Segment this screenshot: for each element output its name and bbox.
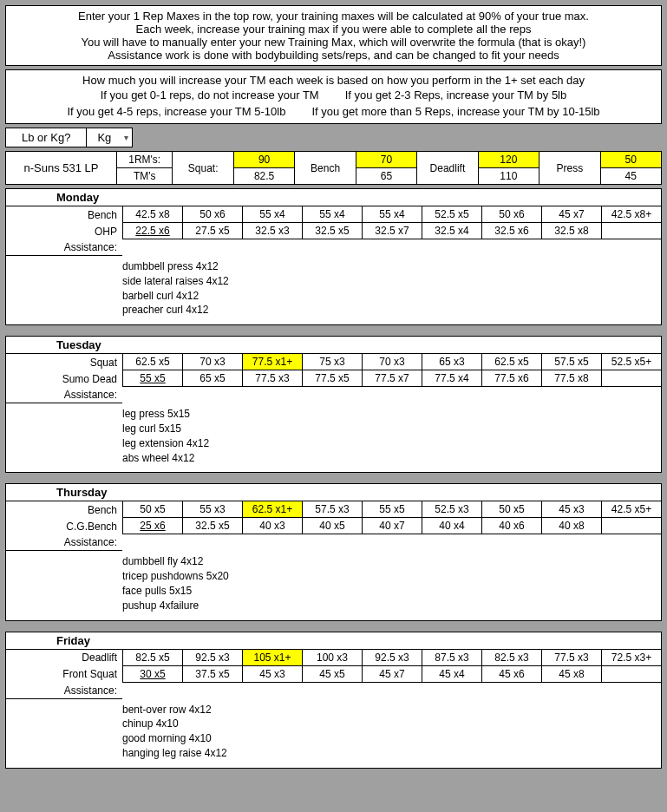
assistance-list: bent-over row 4x12chinup 4x10good mornin… [6, 699, 661, 768]
set-cell: 32.5 x3 [242, 223, 302, 239]
assistance-label: Assistance: [6, 683, 122, 699]
day-name: Friday [6, 632, 661, 650]
assistance-label: Assistance: [6, 239, 122, 256]
set-cell: 32.5 x5 [182, 518, 242, 534]
rule-text: If you get more than 5 Reps, increase yo… [311, 105, 599, 118]
tm-value[interactable]: 65 [356, 168, 416, 184]
set-cell: 40 x8 [541, 518, 601, 534]
set-cell: 77.5 x3 [242, 370, 302, 387]
tm-row: n-Suns 531 LP 1RM's:TM's Squat: 9082.5 B… [5, 151, 662, 185]
assistance-item: dumbbell fly 4x12 [122, 554, 661, 569]
set-cell: 62.5 x5 [481, 354, 541, 370]
set-cell: 30 x5 [122, 666, 182, 683]
rm-input[interactable]: 90 [234, 152, 294, 168]
set-cell: 100 x3 [302, 650, 362, 666]
tm-value[interactable]: 82.5 [234, 168, 294, 184]
rm-input[interactable]: 70 [356, 152, 416, 168]
set-cell: 52.5 x5 [422, 206, 481, 223]
set-cell: 57.5 x5 [541, 354, 601, 370]
set-cell: 40 x4 [422, 518, 481, 534]
tm-value[interactable]: 110 [479, 168, 539, 184]
set-cell: 77.5 x8 [541, 370, 601, 387]
tm-label: TM's [117, 168, 172, 184]
set-cell: 105 x1+ [242, 650, 302, 666]
intro-line: You will have to manually enter your new… [13, 36, 654, 49]
set-cell [601, 666, 661, 683]
assistance-item: chinup 4x10 [122, 717, 661, 731]
lift-label: Bench [295, 152, 356, 184]
set-cell: 22.5 x6 [122, 223, 182, 239]
set-cell: 55 x4 [362, 206, 422, 223]
set-cell: 55 x4 [242, 206, 302, 223]
set-cell: 65 x3 [422, 354, 481, 370]
set-cell: 45 x5 [302, 666, 362, 683]
set-cell: 70 x3 [362, 354, 422, 370]
set-cell: 92.5 x3 [182, 650, 242, 666]
day-name: Thursday [6, 484, 661, 501]
exercise-row: Squat62.5 x570 x377.5 x1+75 x370 x365 x3… [6, 354, 661, 370]
assistance-item: tricep pushdowns 5x20 [122, 569, 661, 584]
exercise-row: OHP22.5 x627.5 x532.5 x332.5 x532.5 x732… [6, 223, 661, 239]
set-cell: 32.5 x8 [541, 223, 601, 239]
exercise-row: Sumo Dead55 x565 x577.5 x377.5 x577.5 x7… [6, 370, 661, 387]
assistance-list: dumbbell press 4x12side lateral raises 4… [6, 256, 661, 324]
intro-line: Each week, increase your training max if… [13, 23, 654, 36]
set-cell: 82.5 x5 [122, 650, 182, 666]
day-name: Monday [6, 189, 661, 206]
assistance-item: leg extension 4x12 [122, 436, 661, 451]
assistance-item: face pulls 5x15 [122, 584, 661, 599]
intro-line: Assistance work is done with bodybuildin… [13, 49, 654, 62]
set-cell: 55 x4 [302, 206, 362, 223]
assistance-item: good morning 4x10 [122, 731, 661, 746]
day-block: TuesdaySquat62.5 x570 x377.5 x1+75 x370 … [5, 336, 662, 473]
set-cell: 45 x4 [422, 666, 481, 683]
assistance-list: dumbbell fly 4x12tricep pushdowns 5x20fa… [6, 551, 661, 619]
set-cell [601, 223, 661, 239]
set-cell: 55 x3 [182, 501, 242, 518]
set-cell: 72.5 x3+ [601, 650, 661, 666]
assistance-item: abs wheel 4x12 [122, 451, 661, 466]
exercise-label: C.G.Bench [6, 519, 122, 534]
set-cell: 32.5 x7 [362, 223, 422, 239]
assistance-item: barbell curl 4x12 [122, 289, 661, 304]
intro-box: Enter your 1 Rep Maxes in the top row, y… [5, 5, 662, 66]
set-cell: 27.5 x5 [182, 223, 242, 239]
set-cell: 45 x7 [541, 206, 601, 223]
exercise-label: Bench [6, 502, 122, 518]
lift-label: Deadlift [417, 152, 478, 184]
set-cell: 75 x3 [302, 354, 362, 370]
assistance-item: pushup 4xfailure [122, 599, 661, 613]
set-cell: 45 x6 [481, 666, 541, 683]
set-cell: 55 x5 [362, 501, 422, 518]
exercise-row: Bench50 x555 x362.5 x1+57.5 x355 x552.5 … [6, 501, 661, 518]
set-cell: 77.5 x6 [481, 370, 541, 387]
set-cell: 45 x7 [362, 666, 422, 683]
exercise-label: Squat [6, 355, 122, 370]
assistance-item: dumbbell press 4x12 [122, 259, 661, 274]
assistance-item: bent-over row 4x12 [122, 703, 661, 717]
set-cell: 32.5 x4 [422, 223, 481, 239]
set-cell: 25 x6 [122, 518, 182, 534]
set-cell: 50 x5 [122, 501, 182, 518]
exercise-label: Bench [6, 207, 122, 223]
set-cell: 77.5 x3 [541, 650, 601, 666]
set-cell: 62.5 x5 [122, 354, 182, 370]
tm-value[interactable]: 45 [601, 168, 661, 184]
rm-input[interactable]: 50 [601, 152, 661, 168]
assistance-item: preacher curl 4x12 [122, 303, 661, 318]
assistance-item: hanging leg raise 4x12 [122, 746, 661, 761]
set-cell [601, 370, 661, 387]
set-cell: 40 x3 [242, 518, 302, 534]
set-cell: 52.5 x5+ [601, 354, 661, 370]
exercise-label: OHP [6, 224, 122, 239]
set-cell: 40 x5 [302, 518, 362, 534]
set-cell: 77.5 x7 [362, 370, 422, 387]
unit-select[interactable]: Kg [87, 128, 133, 147]
assistance-list: leg press 5x15leg curl 5x15leg extension… [6, 403, 661, 472]
rule-text: If you get 0-1 reps, do not increase you… [101, 88, 319, 102]
set-cell: 40 x7 [362, 518, 422, 534]
program-name: n-Suns 531 LP [6, 152, 117, 184]
day-block: MondayBench42.5 x850 x655 x455 x455 x452… [5, 188, 662, 325]
rm-input[interactable]: 120 [479, 152, 539, 168]
set-cell: 45 x3 [242, 666, 302, 683]
